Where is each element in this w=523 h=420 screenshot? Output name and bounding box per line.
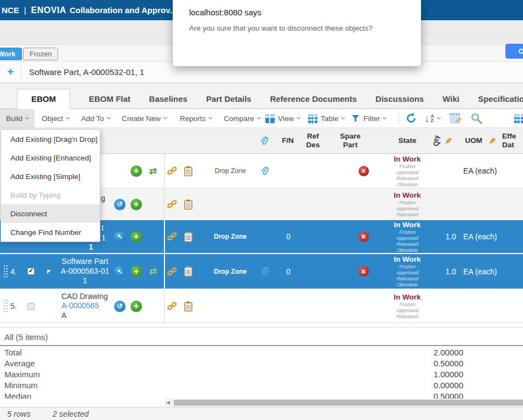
connect-button[interactable] [167, 220, 178, 253]
tab-reference-documents[interactable]: Reference Documents [270, 89, 356, 108]
build-dropdown-menu: Add Existing [Drag'n Drop] Add Existing … [1, 129, 100, 242]
drag-handle[interactable] [3, 290, 8, 323]
expand-plus-icon[interactable]: + [7, 66, 14, 77]
reports-menu-button[interactable]: Reports [180, 109, 212, 128]
qty-column-header[interactable]: Qty [430, 128, 442, 153]
frozen-view-button[interactable]: Frozen [23, 48, 58, 60]
drag-handle[interactable] [3, 254, 8, 289]
table-edit-button[interactable]: ✎ [514, 109, 523, 128]
drop-zone[interactable]: Drop Zone [201, 154, 260, 188]
menu-item-add-existing-dragndrop[interactable]: Add Existing [Drag'n Drop] [1, 130, 100, 148]
clipboard-button[interactable] [184, 154, 192, 188]
create-new-menu-button[interactable]: Create New [122, 109, 167, 128]
app-name: Collaboration and Approv.. [70, 5, 174, 15]
sort-button[interactable]: ↓ AZ [424, 109, 440, 128]
tab-part-details[interactable]: Part Details [206, 89, 252, 108]
build-menu-button[interactable]: Build [0, 109, 35, 128]
refdes-column-header[interactable]: RefDes [299, 128, 327, 153]
attachments-column-header[interactable] [257, 128, 271, 153]
qty-cell: 1.0 [428, 254, 456, 289]
tab-discussions[interactable]: Discussions [376, 89, 424, 108]
clipboard-icon [184, 199, 192, 210]
go-to-parent-button[interactable]: ↖ [114, 220, 126, 253]
connect-button[interactable] [167, 154, 178, 188]
replace-button[interactable]: ⇄ [149, 154, 157, 188]
go-to-parent-button[interactable]: ↖ [114, 254, 126, 289]
state-column-header[interactable]: State [378, 128, 436, 153]
refresh-button[interactable] [405, 109, 418, 128]
row-number: 5. [10, 290, 25, 323]
scrollbar-thumb[interactable] [174, 400, 523, 406]
spare-part-remove-button[interactable]: × [355, 220, 372, 253]
part-name-cell[interactable]: Software Part A-0000563-01 1 [53, 254, 117, 289]
where-used-button[interactable]: ↺ [114, 290, 126, 323]
replace-button[interactable]: ⇄ [149, 254, 157, 289]
compare-menu-button[interactable]: Compare [224, 109, 260, 128]
drop-zone[interactable]: Drop Zone [201, 220, 260, 253]
table-row[interactable]: 5. CAD Drawing A-0000565 A ↺ + In Work F… [0, 290, 523, 323]
search-button[interactable] [470, 109, 482, 128]
row-number: 4. [10, 254, 25, 289]
attachment-indicator[interactable] [258, 254, 271, 289]
add-to-menu-button[interactable]: Add To [81, 109, 110, 128]
spare-part-remove-button[interactable]: × [355, 254, 372, 289]
effective-date-column-header[interactable]: EffeDat [502, 128, 523, 153]
filter-menu-button[interactable]: Filter [351, 109, 386, 128]
work-view-button[interactable]: Work [0, 48, 22, 60]
menu-item-disconnect[interactable]: Disconnect [1, 204, 100, 223]
chevron-down-icon [257, 116, 260, 119]
table-row-selected[interactable]: 4. Software Part A-0000563-01 1 ↖ + ⇄ Dr… [0, 254, 523, 290]
uom-edit-pencil-icon[interactable]: ✎ [487, 128, 498, 153]
horizontal-scrollbar[interactable]: ◀ [164, 399, 523, 406]
clipboard-button[interactable] [184, 254, 192, 289]
chain-link-icon [167, 200, 178, 209]
clipboard-button[interactable] [184, 220, 192, 253]
add-child-button[interactable]: + [130, 188, 142, 220]
ok-button[interactable]: OK [505, 44, 523, 59]
spare-part-remove-button[interactable]: × [355, 154, 372, 188]
drop-zone[interactable]: Drop Zone [201, 254, 260, 289]
stat-row: Maximum1.00000 [0, 369, 523, 380]
connect-button[interactable] [167, 290, 178, 323]
where-used-button[interactable]: ↺ [114, 188, 126, 220]
chain-link-icon [167, 267, 178, 276]
table-menu-button[interactable]: Table [308, 109, 344, 128]
stat-row: Median0.50000 [0, 391, 523, 399]
chevron-down-icon [66, 116, 70, 119]
find-number-text: 1 [89, 243, 93, 251]
add-child-button[interactable]: + [130, 154, 142, 188]
scroll-left-arrow-icon[interactable]: ◀ [166, 400, 170, 405]
column-divider [164, 290, 165, 323]
menu-item-change-find-number[interactable]: Change Find Number [1, 223, 100, 241]
table-grid-icon [308, 114, 317, 123]
row-checkbox[interactable] [27, 290, 35, 323]
qty-edit-pencil-icon[interactable]: ✎ [443, 128, 454, 153]
object-menu-button[interactable]: Object [42, 109, 69, 128]
view-menu-button[interactable]: View [265, 109, 300, 128]
add-plus-icon: + [130, 266, 142, 277]
attachment-indicator[interactable] [258, 154, 271, 188]
tab-baselines[interactable]: Baselines [149, 89, 187, 108]
tab-specifications[interactable]: Specifications [478, 89, 523, 108]
add-child-button[interactable]: + [130, 254, 142, 289]
add-child-button[interactable]: + [130, 220, 142, 253]
clipboard-button[interactable] [184, 290, 192, 323]
uom-column-header[interactable]: UOM [461, 128, 486, 153]
tab-ebom-flat[interactable]: EBOM Flat [89, 89, 130, 108]
part-number-link[interactable]: A-0000565 [61, 301, 99, 311]
add-child-button[interactable]: + [130, 290, 142, 323]
menu-item-add-existing-enhanced[interactable]: Add Existing [Enhanced] [1, 148, 100, 167]
connect-button[interactable] [167, 254, 178, 289]
clipped-name-text: 1 [101, 233, 106, 242]
row-checkbox[interactable] [27, 254, 35, 289]
clipboard-button[interactable] [184, 188, 192, 220]
tab-wiki[interactable]: Wiki [442, 89, 459, 108]
expand-triangle-icon[interactable] [47, 270, 51, 274]
connect-button[interactable] [167, 188, 178, 220]
view-grid-icon [265, 114, 275, 123]
tab-ebom[interactable]: EBOM [17, 89, 70, 109]
page-title: Software Part, A-0000532-01, 1 [29, 67, 144, 77]
mass-edit-button[interactable]: ✎ [450, 109, 460, 128]
spare-part-column-header[interactable]: SparePart [332, 128, 368, 153]
menu-item-add-existing-simple[interactable]: Add Existing [Simple] [1, 167, 100, 186]
